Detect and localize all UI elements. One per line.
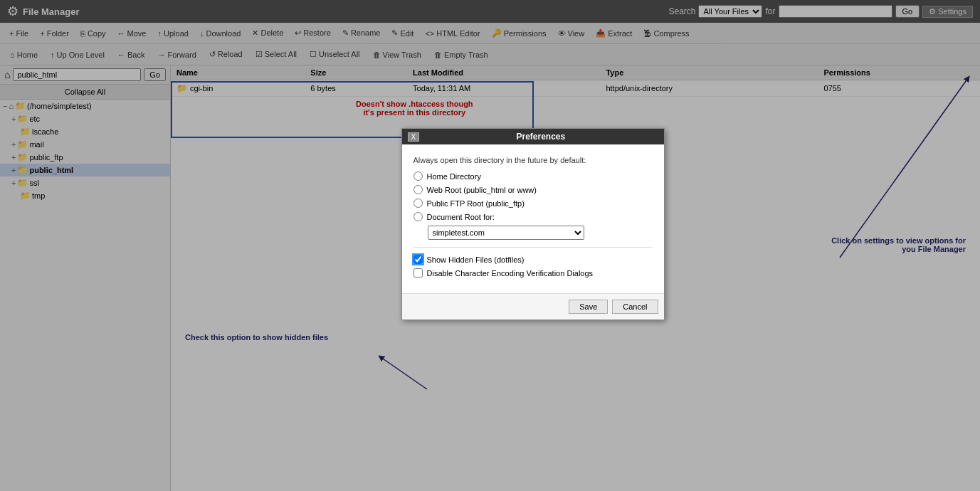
show-hidden-checkbox[interactable] <box>413 255 423 264</box>
radio-web-root[interactable]: Web Root (public_html or www) <box>413 185 653 194</box>
modal-footer: Save Cancel <box>402 293 664 320</box>
preferences-modal: X Preferences Always open this directory… <box>401 128 665 320</box>
modal-title: Preferences <box>423 132 658 142</box>
modal-titlebar: X Preferences <box>402 129 664 144</box>
radio-home-input[interactable] <box>413 171 423 181</box>
radio-ftproot-input[interactable] <box>413 199 423 208</box>
disable-encoding-option[interactable]: Disable Character Encoding Verification … <box>413 268 653 278</box>
modal-section-label: Always open this directory in the future… <box>413 156 653 164</box>
domain-dropdown-row: simpletest.com <box>428 226 653 240</box>
show-hidden-files-option[interactable]: Show Hidden Files (dotfiles) <box>413 255 653 264</box>
radio-ftp-root[interactable]: Public FTP Root (public_ftp) <box>413 199 653 208</box>
modal-body: Always open this directory in the future… <box>402 144 664 293</box>
modal-overlay: X Preferences Always open this directory… <box>0 0 980 491</box>
disable-encoding-checkbox[interactable] <box>413 268 423 278</box>
modal-close-button[interactable]: X <box>408 132 420 142</box>
radio-home-dir[interactable]: Home Directory <box>413 171 653 181</box>
cancel-button[interactable]: Cancel <box>612 300 658 314</box>
radio-webroot-input[interactable] <box>413 185 423 194</box>
radio-docroot-input[interactable] <box>413 212 423 221</box>
domain-select[interactable]: simpletest.com <box>428 226 584 240</box>
save-button[interactable]: Save <box>569 300 608 314</box>
radio-doc-root[interactable]: Document Root for: <box>413 212 653 221</box>
